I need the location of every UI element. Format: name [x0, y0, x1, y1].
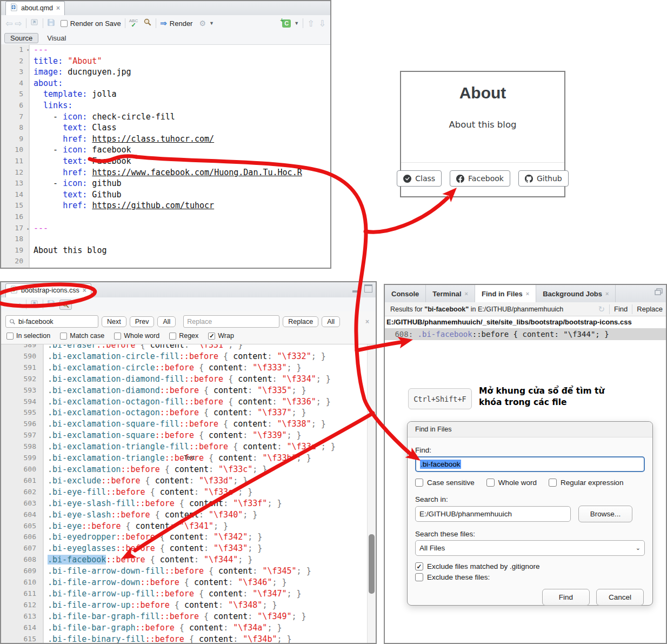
- tab-visual[interactable]: Visual: [47, 34, 66, 42]
- tab-about-qmd[interactable]: about.qmd ×: [5, 1, 65, 15]
- code-line: 8 text: Class: [1, 122, 330, 134]
- checkbox-wrap[interactable]: Wrap: [208, 332, 234, 340]
- tab-terminal[interactable]: Terminal×: [426, 285, 475, 302]
- forward-icon[interactable]: ⇨: [15, 18, 22, 29]
- find-link[interactable]: Find: [614, 305, 628, 313]
- render-button[interactable]: Render: [170, 19, 193, 28]
- files-select[interactable]: All Files ⌄: [415, 540, 645, 556]
- css-tabstrip: css bootstrap-icons.css ×: [1, 282, 376, 298]
- back-icon[interactable]: ⇦: [5, 18, 12, 29]
- run-down-icon[interactable]: ⇩: [319, 18, 326, 29]
- find-all-button[interactable]: All: [157, 316, 176, 327]
- code-line: 9 href: https://class.tuhocr.com/: [1, 134, 330, 145]
- tab-find-in-files[interactable]: Find in Files×: [475, 285, 536, 302]
- tab-bootstrap-icons-css[interactable]: css bootstrap-icons.css ×: [5, 283, 91, 297]
- checkbox-case-sensitive[interactable]: Case sensitive: [415, 479, 475, 487]
- checkbox-in-selection[interactable]: In selection: [6, 332, 50, 340]
- tab-close-icon: ×: [605, 290, 609, 297]
- github-link-button[interactable]: Github: [518, 170, 569, 187]
- popout-icon[interactable]: [30, 300, 39, 309]
- tab-close-icon[interactable]: ×: [56, 4, 60, 12]
- scrollbar-thumb[interactable]: [369, 534, 375, 594]
- find-bar: bi-facebook Next Prev All Replace Replac…: [1, 311, 376, 344]
- check-circle-fill-icon: [403, 175, 411, 183]
- tab-label: bootstrap-icons.css: [21, 287, 79, 294]
- about-title: About: [401, 84, 564, 102]
- class-link-button[interactable]: Class: [397, 170, 442, 187]
- selected-text: .bi-facebook: [420, 460, 461, 469]
- render-on-save-checkbox[interactable]: Render on Save: [61, 19, 121, 28]
- results-text: Results for "bi-facebook" in E:/GITHUB/p…: [390, 306, 563, 313]
- checkbox-exclude-these-files-[interactable]: Exclude these files:: [415, 573, 645, 581]
- save-icon[interactable]: [47, 300, 55, 310]
- tab-console[interactable]: Console: [385, 285, 426, 302]
- close-find-bar-icon[interactable]: ×: [365, 318, 369, 326]
- popout-icon[interactable]: [30, 18, 39, 28]
- qmd-toolbar: ⇦ ⇨ Render on Save ABC ✓ ⇒ Render ⚙ ▼ C …: [1, 15, 330, 32]
- code-line: 19About this blog: [1, 245, 330, 256]
- render-options-chevron-icon[interactable]: ▼: [209, 21, 214, 26]
- facebook-icon: [456, 175, 464, 183]
- shortcut-note-text: Mở khung cửa sổ để tìm từ khóa trong các…: [479, 386, 630, 408]
- code-line: 611.bi-file-arrow-up-fill::before { cont…: [1, 588, 368, 600]
- checkbox-regex[interactable]: Regex: [169, 332, 198, 340]
- find-replace-toggle[interactable]: [59, 300, 72, 310]
- css-editor-pane: css bootstrap-icons.css × ⇦ ⇨ bi-faceboo…: [0, 281, 377, 644]
- run-up-icon[interactable]: ⇧: [307, 18, 314, 29]
- checkbox-whole-word[interactable]: Whole word: [486, 479, 537, 487]
- result-file-path[interactable]: E:/GITHUB/phanmemhuuich/_site/site_libs/…: [385, 316, 666, 328]
- insert-chunk-icon[interactable]: C +: [281, 19, 291, 28]
- code-line: 6 links:: [1, 100, 330, 111]
- find-in-files-dialog: Find in Files Find: .bi-facebook Case se…: [407, 421, 653, 606]
- replace-button[interactable]: Replace: [283, 316, 318, 327]
- search-in-input[interactable]: E:/GITHUB/phanmemhuuich: [415, 506, 571, 522]
- code-line: 595.bi-exclamation-octagon::before { con…: [1, 407, 368, 419]
- dialog-find-input[interactable]: .bi-facebook: [415, 456, 645, 472]
- scrollbar[interactable]: ▲: [367, 344, 376, 643]
- back-icon[interactable]: ⇦: [5, 300, 12, 310]
- gear-icon[interactable]: ⚙: [199, 19, 206, 27]
- search-icon[interactable]: [143, 18, 152, 29]
- code-line: 16: [1, 211, 330, 223]
- dialog-find-button[interactable]: Find: [542, 589, 590, 606]
- about-preview: About About this blog ClassFacebookGithu…: [400, 71, 565, 197]
- maximize-pane-icon[interactable]: [655, 288, 663, 298]
- divider: [401, 162, 564, 163]
- tab-source[interactable]: Source: [4, 33, 38, 43]
- code-line: 14 text: Github: [1, 189, 330, 201]
- checkbox-exclude-files-matched-by-gitignore[interactable]: Exclude files matched by .gitignore: [415, 562, 645, 570]
- dialog-titlebar[interactable]: Find in Files: [408, 422, 652, 437]
- save-icon[interactable]: [47, 18, 55, 29]
- tab-close-icon[interactable]: ×: [83, 287, 86, 294]
- minimize-pane-icon[interactable]: [352, 290, 360, 293]
- replace-input[interactable]: Replace: [183, 315, 279, 328]
- spellcheck-icon[interactable]: ABC ✓: [129, 19, 138, 28]
- curve-to-facebook-button: [365, 198, 448, 232]
- code-line: 1▾---: [1, 44, 330, 56]
- scrollbar-up-icon[interactable]: ▲: [368, 346, 376, 350]
- find-prev-button[interactable]: Prev: [130, 316, 155, 327]
- chevron-down-icon: ⌄: [636, 545, 641, 552]
- find-next-button[interactable]: Next: [102, 316, 126, 327]
- code-line: 610.bi-file-arrow-down::before { content…: [1, 577, 368, 588]
- code-line: 608.bi-facebook::before { content: "\f34…: [1, 554, 368, 566]
- browse-button[interactable]: Browse...: [578, 506, 632, 522]
- replace-all-button[interactable]: All: [322, 316, 340, 327]
- result-match-row[interactable]: 608: .bi-facebook::before { content: "\f…: [385, 328, 666, 340]
- dialog-options: Case sensitiveWhole wordRegular expressi…: [415, 476, 645, 487]
- checkbox-regular-expression[interactable]: Regular expression: [549, 479, 623, 487]
- forward-icon[interactable]: ⇨: [15, 300, 22, 310]
- find-input[interactable]: bi-facebook: [5, 315, 98, 328]
- insert-chunk-chevron-icon[interactable]: ▼: [294, 21, 299, 26]
- checkbox-whole-word[interactable]: Whole word: [114, 332, 159, 340]
- tab-background-jobs[interactable]: Background Jobs×: [536, 285, 616, 302]
- checkbox-match-case[interactable]: Match case: [60, 332, 104, 340]
- dialog-cancel-button[interactable]: Cancel: [596, 589, 644, 606]
- refresh-icon[interactable]: ↻: [598, 304, 605, 314]
- code-line: 604.bi-eye-slash::before { content: "\f3…: [1, 509, 368, 521]
- maximize-pane-icon[interactable]: [364, 284, 372, 293]
- replace-link[interactable]: Replace: [637, 305, 663, 313]
- facebook-link-button[interactable]: Facebook: [450, 170, 510, 187]
- code-line: 20: [1, 256, 330, 267]
- files-label: Search these files:: [415, 530, 645, 538]
